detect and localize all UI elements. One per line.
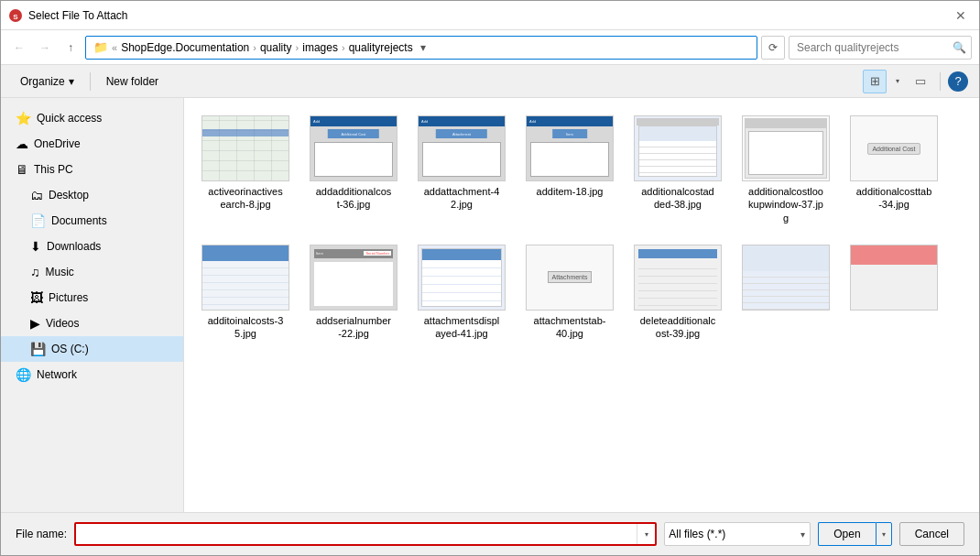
downloads-label: Downloads [47,240,101,253]
up-button[interactable]: ↑ [60,37,82,59]
file-name: activeorinactivesearch-8.jpg [208,185,282,212]
attachments-btn-sim: Attachments [548,271,593,283]
os-c-label: OS (C:) [51,343,89,355]
path-folder-icon: 📁 [93,40,108,54]
desktop-label: Desktop [49,189,89,202]
quick-access-icon: ⭐ [16,111,31,125]
filetype-wrap: All files (*.*) [664,522,811,546]
file-name: addattachment-42.jpg [424,185,500,212]
details-icon: ▭ [915,74,926,88]
sidebar-item-os-c[interactable]: 💾 OS (C:) [1,336,183,362]
sidebar-item-music[interactable]: ♫ Music [1,259,183,285]
back-button[interactable]: ← [8,37,30,59]
filename-label: File name: [16,528,67,540]
view-dropdown-button[interactable]: ▾ [890,70,905,93]
file-item[interactable]: Add Additional Cost addadditionalcost-36… [303,109,404,231]
sidebar-item-this-pc[interactable]: 🖥 This PC [1,157,183,182]
path-separator-3: › [296,42,299,53]
sidebar-item-downloads[interactable]: ⬇ Downloads [1,234,183,259]
this-pc-icon: 🖥 [16,162,28,177]
file-thumbnail [742,245,830,311]
network-label: Network [37,368,77,381]
this-pc-label: This PC [34,163,73,176]
toolbar-separator-2 [940,72,941,91]
cancel-button[interactable]: Cancel [899,522,964,546]
desktop-icon: 🗂 [30,188,43,202]
filename-dropdown-button[interactable]: ▾ [637,524,655,544]
file-item[interactable]: additoinalcosts-35.jpg [195,238,296,347]
sidebar-item-videos[interactable]: ▶ Videos [1,311,183,336]
open-dropdown-button[interactable]: ▾ [876,522,892,546]
view-details-button[interactable]: ▭ [909,70,932,93]
path-segment-3: images [302,41,338,54]
close-button[interactable]: ✕ [950,5,972,27]
sidebar-item-pictures[interactable]: 🖼 Pictures [1,285,183,311]
file-thumbnail [418,245,506,311]
addcost-btn-sim: Additional Cost [867,143,920,155]
file-item[interactable] [735,238,836,347]
music-label: Music [46,266,74,278]
file-item[interactable]: additionalcostadded-38.jpg [627,109,728,231]
path-separator-4: › [342,42,345,53]
path-segment-4: qualityrejects [349,41,413,54]
sidebar-item-quick-access[interactable]: ⭐ Quick access [1,105,183,131]
view-icon: ⊞ [870,74,880,88]
svg-text:S: S [13,12,18,20]
new-folder-button[interactable]: New folder [98,70,167,93]
file-item[interactable]: Attachments attachmentstab-40.jpg [519,238,620,347]
filename-input[interactable] [76,524,637,544]
sidebar-item-desktop[interactable]: 🗂 Desktop [1,182,183,208]
forward-button[interactable]: → [34,37,56,59]
open-button[interactable]: Open [818,522,875,546]
file-item[interactable]: Add Attachment addattachment-42.jpg [411,109,512,231]
filetype-select[interactable]: All files (*.*) [664,522,811,546]
file-item[interactable]: attachmentsdisplayed-41.jpg [411,238,512,347]
sidebar-item-network[interactable]: 🌐 Network [1,362,183,387]
file-item[interactable]: Additional Cost additionalcosttab-34.jpg [844,109,944,231]
file-thumbnail: Additional Cost [850,115,938,181]
app-icon: S [8,8,23,23]
path-segment-2: quality [260,41,292,54]
file-name: additionalcostadded-38.jpg [641,185,714,212]
file-thumbnail [850,245,938,311]
path-segment-1: ShopEdge.Documentation [121,41,249,54]
network-icon: 🌐 [16,367,31,382]
file-name: attachmentstab-40.jpg [534,314,606,341]
title-bar: S Select File To Attach ✕ [1,1,979,30]
file-name: additem-18.jpg [537,185,604,198]
file-item[interactable]: activeorinactivesearch-8.jpg [195,109,296,231]
quick-access-label: Quick access [37,112,102,125]
view-icons-button[interactable]: ⊞ [863,70,887,93]
path-dropdown-arrow[interactable]: ▾ [420,41,426,54]
file-item[interactable]: deleteadditionalcost-39.jpg [627,238,728,347]
help-button[interactable]: ? [948,71,968,92]
file-item[interactable]: Add Item additem-18.jpg [519,109,620,231]
file-thumbnail [634,115,722,181]
new-folder-label: New folder [106,75,158,88]
documents-icon: 📄 [30,213,46,228]
file-name: addserialnumber-22.jpg [316,314,391,341]
file-thumbnail [201,115,289,181]
file-item[interactable] [844,238,944,347]
search-input[interactable] [789,36,972,60]
sidebar: ⭐ Quick access ☁ OneDrive 🖥 This PC 🗂 De… [1,98,184,512]
file-dialog: S Select File To Attach ✕ ← → ↑ 📁 « Shop… [0,0,980,556]
sidebar-item-onedrive[interactable]: ☁ OneDrive [1,131,183,157]
file-thumbnail: Item Serial Number [310,245,397,311]
open-button-group: Open ▾ [818,522,891,546]
address-path[interactable]: 📁 « ShopEdge.Documentation › quality › i… [85,36,757,60]
sidebar-item-documents[interactable]: 📄 Documents [1,208,183,234]
file-item[interactable]: additionalcostlookupwindow-37.jpg [735,109,836,231]
file-thumbnail: Attachments [526,245,614,311]
organize-button[interactable]: Organize ▾ [12,70,82,93]
help-icon: ? [954,74,961,88]
file-thumbnail: Add Item [526,115,614,181]
file-thumbnail [742,115,830,181]
file-item[interactable]: Item Serial Number addserialnumber-22.jp… [303,238,404,347]
bottom-bar: File name: ▾ All files (*.*) Open ▾ Canc… [1,512,979,555]
documents-label: Documents [51,214,107,227]
organize-label: Organize [20,75,65,88]
refresh-button[interactable]: ⟳ [761,36,785,60]
file-name: additoinalcosts-35.jpg [208,314,284,341]
dialog-title: Select File To Attach [28,9,950,22]
